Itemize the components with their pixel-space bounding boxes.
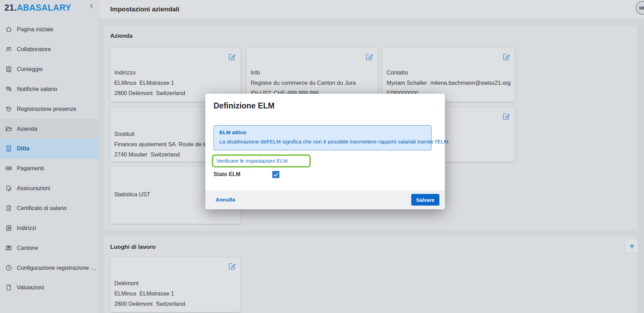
logo-number: 21.	[4, 3, 17, 12]
modal-title: Definizione ELM	[214, 101, 275, 111]
sidebar-item-azienda[interactable]: Azienda	[0, 119, 99, 139]
document-icon	[5, 284, 12, 291]
sidebar-item-label: Indirizzi	[17, 225, 36, 231]
chevron-left-icon	[88, 2, 95, 10]
sidebar-item-label: Ditta	[17, 145, 30, 152]
pencil-icon	[228, 262, 236, 270]
edit-hidden-card-button[interactable]	[502, 112, 511, 121]
sidebar-item-label: Conteggio	[17, 66, 43, 72]
sidebar-item-cantone[interactable]: Cantone	[0, 238, 99, 258]
stato-elm-checkbox[interactable]	[272, 171, 279, 178]
top-header: Impostazioni aziendali	[99, 0, 644, 18]
home-icon	[5, 26, 12, 33]
salary-chat-icon: $	[5, 85, 12, 93]
card-line: Registre du commerce du Canton du Jura	[251, 78, 375, 88]
sidebar: 21.ABASALARY Pagina iniziale Collaborato…	[0, 0, 99, 313]
people-icon	[5, 46, 12, 53]
sidebar-collapse-button[interactable]	[87, 2, 97, 12]
avatar-initials: MB	[639, 5, 644, 11]
info-box-text: La disattivazione dell'ELM significa che…	[219, 139, 426, 145]
building-icon	[5, 145, 12, 152]
edit-contatto-button[interactable]	[502, 53, 511, 62]
svg-text:$: $	[8, 207, 9, 210]
stato-elm-row: Stato ELM	[214, 171, 240, 177]
document-pen-icon	[5, 185, 12, 192]
address-book-icon	[5, 224, 12, 232]
sidebar-item-label: Configurazione registrazione pr...	[17, 265, 96, 271]
save-button[interactable]: Salvare	[411, 194, 439, 206]
info-box-title: ELM attivo	[219, 129, 426, 136]
sidebar-item-certificato-di-salario[interactable]: $ Certificato di salario	[0, 198, 99, 218]
sidebar-item-label: Assicurazioni	[17, 185, 50, 192]
sidebar-item-assicurazioni[interactable]: Assicurazioni	[0, 178, 99, 198]
delemont-location-card: Delémont ELMinus ELMstrasse 1 2800 Delém…	[110, 257, 241, 312]
section-title-luoghi: Luoghi di lavoro	[110, 244, 156, 251]
map-icon	[5, 244, 12, 252]
add-location-button[interactable]: +	[626, 240, 638, 252]
sidebar-item-label: Cantone	[17, 245, 38, 251]
card-line: ELMinus ELMstrasse 1	[114, 288, 237, 299]
abasalary-app: 21.ABASALARY Pagina iniziale Collaborato…	[0, 0, 644, 313]
section-title-azienda: Azienda	[110, 33, 133, 39]
svg-text:$: $	[8, 87, 9, 90]
sidebar-item-conteggio[interactable]: Conteggio	[0, 59, 99, 79]
elm-info-box: ELM attivo La disattivazione dell'ELM si…	[214, 125, 432, 150]
document-dollar-icon: $	[5, 205, 12, 212]
stato-elm-label: Stato ELM	[214, 171, 240, 177]
calculator-icon	[5, 66, 12, 73]
edit-info-button[interactable]	[365, 53, 374, 62]
pencil-icon	[502, 112, 510, 120]
card-label: Indirizzo	[114, 67, 237, 78]
pencil-icon	[228, 53, 236, 61]
card-line: Myriam Schaller milena.bachmann@swiss21.…	[387, 78, 511, 88]
sidebar-item-registrazione-presenze[interactable]: Registrazione presenze	[0, 99, 99, 119]
verify-elm-settings-link[interactable]: Verificare le impostazioni ELM	[216, 158, 288, 164]
cancel-button[interactable]: Annulla	[216, 190, 235, 209]
app-logo: 21.ABASALARY	[4, 3, 71, 13]
card-label: Contatto	[387, 67, 511, 78]
green-highlight-box: Verificare le impostazioni ELM	[212, 154, 311, 167]
sidebar-item-label: Pagina iniziale	[17, 26, 53, 33]
sidebar-item-indirizzi[interactable]: Indirizzi	[0, 218, 99, 238]
folder-open-icon	[5, 125, 12, 132]
clock-icon	[5, 264, 12, 271]
sidebar-item-valutazioni[interactable]: Valutazioni	[0, 278, 99, 298]
sidebar-item-label: Certificato di salario	[17, 205, 67, 211]
sidebar-item-label: Valutazioni	[17, 284, 44, 291]
sidebar-item-label: Azienda	[17, 126, 37, 132]
card-line: ELMinus ELMstrasse 1	[114, 78, 237, 88]
pencil-icon	[365, 53, 373, 61]
sidebar-item-collaboratore[interactable]: Collaboratore	[0, 39, 99, 59]
card-line: 2800 Delémont Switzerland	[114, 299, 237, 309]
sidebar-item-configurazione-registrazione[interactable]: Configurazione registrazione pr...	[0, 258, 99, 278]
history-icon	[5, 105, 12, 113]
edit-indirizzo-button[interactable]	[228, 53, 237, 62]
sidebar-item-pagamenti[interactable]: Pagamenti	[0, 159, 99, 178]
sidebar-item-label: Collaboratore	[17, 46, 51, 53]
sidebar-nav: Pagina iniziale Collaboratore Conteggio …	[0, 20, 99, 298]
pencil-icon	[502, 53, 510, 61]
definizione-elm-modal: Definizione ELM ELM attivo La disattivaz…	[205, 94, 445, 209]
logo-name: ABASALARY	[17, 3, 71, 12]
sidebar-item-pagina-iniziale[interactable]: Pagina iniziale	[0, 20, 99, 39]
sidebar-item-notifiche-salario[interactable]: $ Notifiche salario	[0, 79, 99, 99]
sidebar-item-label: Pagamenti	[17, 165, 44, 172]
sidebar-item-label: Registrazione presenze	[17, 106, 76, 112]
modal-footer: Annulla Salvare	[205, 190, 445, 209]
page-title: Impostazioni aziendali	[110, 0, 180, 18]
edit-delemont-button[interactable]	[228, 262, 237, 271]
sidebar-item-ditta[interactable]: Ditta	[0, 139, 99, 159]
sidebar-item-label: Notifiche salario	[17, 86, 57, 92]
card-label: Info	[251, 67, 375, 78]
banknote-icon	[5, 165, 12, 172]
card-label: Delémont	[114, 278, 237, 288]
